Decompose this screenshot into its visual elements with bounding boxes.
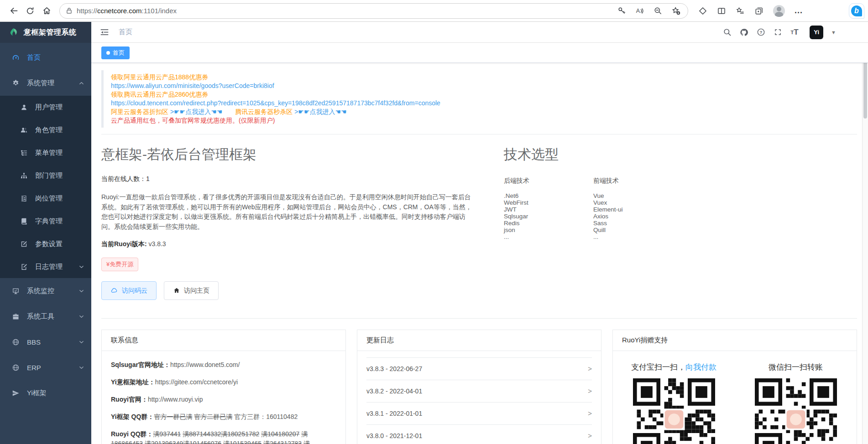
contact-value-struck: 满264312783 <box>263 440 302 444</box>
tech-item: Sass <box>593 220 683 227</box>
dashboard-icon <box>12 54 20 62</box>
changelog-row[interactable]: v3.8.0 - 2021-12-01> <box>366 425 592 444</box>
user-avatar[interactable]: Yi <box>810 26 823 39</box>
search-icon[interactable] <box>722 28 732 37</box>
read-aloud-icon[interactable] <box>635 6 644 15</box>
contact-label: Yi框架 QQ群： <box>111 413 154 420</box>
changelog-row[interactable]: v3.8.2 - 2022-04-01> <box>366 380 592 403</box>
bing-copilot-button[interactable]: b <box>849 3 864 19</box>
visit-gitee-button[interactable]: 访问码云 <box>101 281 157 300</box>
sidebar-item-label: ERP <box>27 364 41 372</box>
font-size-icon[interactable]: TT <box>790 28 799 37</box>
browser-profile-avatar[interactable] <box>773 5 785 17</box>
sidebar-item-用户管理[interactable]: 用户管理 <box>0 96 91 119</box>
help-icon[interactable] <box>756 28 765 37</box>
sidebar-item-岗位管理[interactable]: 岗位管理 <box>0 187 91 210</box>
announcement-link[interactable]: https://cloud.tencent.com/redirect.php?r… <box>111 99 440 107</box>
changelog-row[interactable]: v3.8.1 - 2022-01-01> <box>366 403 592 425</box>
frontend-subtitle: 前端技术 <box>593 177 683 185</box>
page-scrollbar[interactable] <box>862 44 868 444</box>
collections-icon[interactable] <box>754 6 763 15</box>
changelog-row[interactable]: v3.8.3 - 2022-06-27> <box>366 358 592 380</box>
zoom-out-icon[interactable] <box>654 6 662 15</box>
github-icon[interactable] <box>739 28 748 37</box>
fullscreen-icon[interactable] <box>773 28 782 37</box>
contact-row: Ruoyi QQ群：满937441 满887144332满180251782 满… <box>111 429 336 444</box>
announcement-text <box>222 108 235 115</box>
sidebar-item-label: 岗位管理 <box>35 194 63 203</box>
log-icon <box>20 263 28 271</box>
tech-item: .Net6 <box>504 192 593 199</box>
tag-home[interactable]: 首页 <box>101 46 130 59</box>
site-lock-icon[interactable] <box>65 7 73 15</box>
tag-label: 首页 <box>113 49 125 57</box>
announcement-line: https://cloud.tencent.com/redirect.php?r… <box>111 99 857 108</box>
sidebar-item-ERP[interactable]: ERP <box>0 355 91 380</box>
browser-refresh-button[interactable] <box>22 3 38 19</box>
browser-menu-dots[interactable]: ... <box>795 6 803 15</box>
sidebar-toggle-icon[interactable] <box>97 25 112 40</box>
online-count: 1 <box>146 175 150 182</box>
globe-icon <box>12 338 20 346</box>
sidebar-item-日志管理[interactable]: 日志管理 <box>0 255 91 278</box>
sidebar-item-label: 字典管理 <box>35 217 63 226</box>
announcement-line: 领取腾讯云通用云产品2860优惠券 <box>111 90 857 99</box>
chevron-right-icon: > <box>588 387 592 395</box>
favorite-star-icon[interactable] <box>671 6 680 15</box>
announcement-link[interactable]: >☛☛点我进入☚☚ <box>170 108 222 115</box>
favorites-list-icon[interactable] <box>736 6 745 15</box>
changelog-entry-label: v3.8.3 - 2022-06-27 <box>366 365 422 372</box>
tag-active-dot <box>106 51 110 55</box>
breadcrumb[interactable]: 首页 <box>119 28 132 36</box>
tech-item: Vue <box>593 192 683 199</box>
main-area: 首页 TT Yi ▼ 首页 领取阿里云通用云产品1888优惠券https://w… <box>91 22 868 444</box>
visit-homepage-button[interactable]: 访问主页 <box>164 281 219 300</box>
sidebar-item-菜单管理[interactable]: 菜单管理 <box>0 141 91 164</box>
changelog-card-title: 更新日志 <box>357 330 601 351</box>
avatar-caret-icon[interactable]: ▼ <box>831 30 836 35</box>
sidebar-item-部门管理[interactable]: 部门管理 <box>0 164 91 187</box>
sidebar-item-字典管理[interactable]: 字典管理 <box>0 210 91 232</box>
sidebar-item-label: 菜单管理 <box>35 149 63 157</box>
split-screen-icon[interactable] <box>717 6 726 15</box>
extensions-icon[interactable] <box>698 6 707 15</box>
sidebar-item-label: 系统工具 <box>27 312 54 321</box>
backend-list: .Net6WebFirstJWTSqlsugarRedisjson... <box>504 192 593 240</box>
sidebar-item-BBS[interactable]: BBS <box>0 329 91 355</box>
contact-row: Ruoyi官网：http://www.ruoyi.vip <box>111 395 336 404</box>
sidebar-item-首页[interactable]: 首页 <box>0 45 91 70</box>
browser-home-button[interactable] <box>38 3 55 19</box>
sidebar-item-label: 系统管理 <box>27 79 54 88</box>
contact-label: Ruoyi官网： <box>111 396 148 403</box>
sidebar-item-label: 角色管理 <box>35 126 63 134</box>
announcement-text: 腾讯云服务器秒杀区 <box>235 108 294 115</box>
pay-me-link[interactable]: 向我付款 <box>685 363 716 372</box>
contact-value-struck: 满101456076 <box>183 440 221 444</box>
donate-card-title: RuoYi捐赠支持 <box>613 330 857 351</box>
sidebar-item-系统管理[interactable]: 系统管理 <box>0 70 91 96</box>
contact-value-struck: 满887144332 <box>183 430 221 438</box>
contact-value: https://gitee.com/ccnetcore/yi <box>155 378 238 386</box>
sidebar-item-Yi框架[interactable]: Yi框架 <box>0 380 91 406</box>
app-logo[interactable]: 意框架管理系统 <box>0 22 91 43</box>
announcement-link[interactable]: https://www.aliyun.com/minisite/goods?us… <box>111 82 274 89</box>
contact-row: Yi框架 QQ群：官方一群已满 官方二群已满 官方三群：160110482 <box>111 412 336 422</box>
divider <box>101 318 857 319</box>
address-bar[interactable]: https://ccnetcore.com:1101/index <box>59 3 688 19</box>
announcement-link[interactable]: >☛☛点我进入☚☚ <box>294 108 346 115</box>
sidebar-item-角色管理[interactable]: 角色管理 <box>0 119 91 141</box>
contact-value-struck: 官方一群已满 <box>154 413 192 420</box>
sidebar-item-label: 日志管理 <box>35 263 63 271</box>
password-key-icon[interactable] <box>617 6 626 15</box>
browser-back-button[interactable] <box>5 3 22 19</box>
frontend-list: VueVuexElement-uiAxiosSassQuill... <box>593 192 683 240</box>
donate-card: RuoYi捐赠支持 支付宝扫一扫，向我付款 微信扫一扫转账 <box>612 330 857 444</box>
sidebar-item-系统工具[interactable]: 系统工具 <box>0 304 91 329</box>
sidebar-item-参数设置[interactable]: 参数设置 <box>0 232 91 255</box>
user-icon <box>20 103 28 111</box>
home-icon <box>173 287 180 294</box>
gear-icon <box>12 79 20 87</box>
sidebar-item-系统监控[interactable]: 系统监控 <box>0 278 91 304</box>
announcement-text: 领取腾讯云通用云产品2860优惠券 <box>111 91 208 98</box>
intro-left-column: 意框架-若依后台管理框架 当前在线人数：1 Ruoyi:一直想做一款后台管理系统… <box>101 145 476 312</box>
